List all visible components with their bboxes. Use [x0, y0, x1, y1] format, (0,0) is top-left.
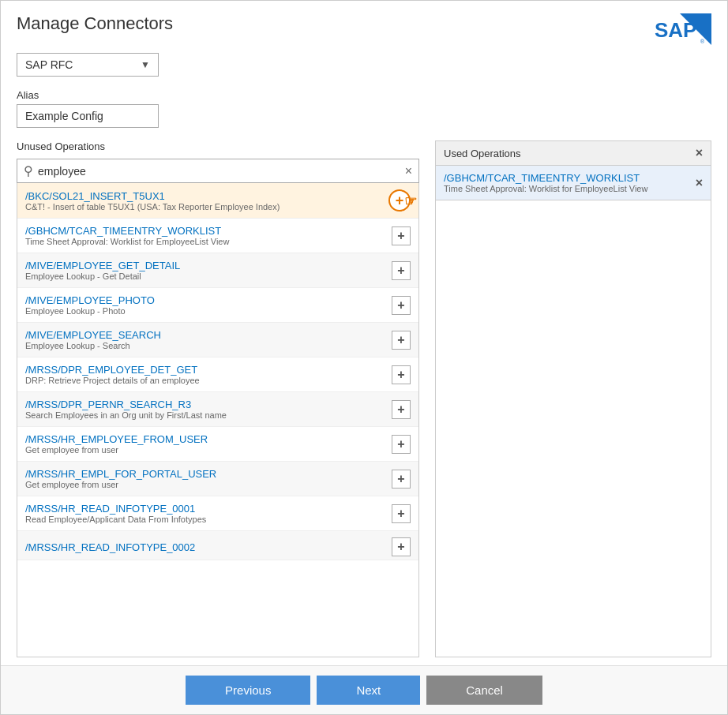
plus-icon: + [397, 507, 404, 521]
cursor-icon: ☞ [404, 193, 417, 210]
list-item: /MIVE/EMPLOYEE_PHOTO Employee Lookup - P… [17, 288, 418, 323]
unused-ops-list: /BKC/SOL21_INSERT_T5UX1 C&T! - Insert of… [17, 183, 419, 657]
op-desc: Read Employee/Applicant Data From Infoty… [25, 515, 392, 524]
list-item: /GBHCM/TCAR_TIMEENTRY_WORKLIST Time Shee… [17, 219, 418, 253]
op-desc: Get employee from user [25, 445, 392, 455]
list-item: /MRSS/HR_READ_INFOTYPE_0002 + [17, 531, 418, 560]
list-item: /MRSS/DPR_EMPLOYEE_DET_GET DRP: Retrieve… [17, 358, 418, 392]
op-name: /MRSS/DPR_PERNR_SEARCH_R3 [25, 399, 392, 410]
search-icon: ⚲ [24, 163, 33, 178]
connector-select-row: SAP RFC ▼ [17, 53, 711, 77]
plus-icon: + [397, 437, 404, 451]
add-operation-button[interactable]: + [392, 365, 411, 384]
search-input[interactable] [38, 165, 405, 178]
next-button[interactable]: Next [317, 676, 420, 705]
op-info: /MRSS/HR_READ_INFOTYPE_0001 Read Employe… [25, 503, 392, 524]
add-operation-button[interactable]: + [392, 400, 411, 419]
list-item: /GBHCM/TCAR_TIMEENTRY_WORKLIST Time Shee… [436, 166, 711, 200]
used-op-info: /GBHCM/TCAR_TIMEENTRY_WORKLIST Time Shee… [444, 172, 696, 193]
chevron-down-icon: ▼ [141, 59, 150, 70]
add-operation-button[interactable]: + [392, 226, 411, 245]
list-item: /MRSS/HR_EMPLOYEE_FROM_USER Get employee… [17, 427, 418, 462]
plus-icon: + [397, 333, 404, 347]
list-item: /MIVE/EMPLOYEE_SEARCH Employee Lookup - … [17, 323, 418, 358]
op-info: /MRSS/DPR_PERNR_SEARCH_R3 Search Employe… [25, 399, 392, 420]
used-ops-list: /GBHCM/TCAR_TIMEENTRY_WORKLIST Time Shee… [435, 166, 711, 657]
plus-icon: + [397, 402, 404, 417]
dialog-footer: Previous Next Cancel [1, 665, 727, 714]
connector-type-select[interactable]: SAP RFC ▼ [17, 53, 159, 77]
list-item: /MRSS/HR_READ_INFOTYPE_0001 Read Employe… [17, 496, 418, 531]
plus-icon: + [397, 229, 404, 243]
list-item: /MRSS/DPR_PERNR_SEARCH_R3 Search Employe… [17, 392, 418, 427]
add-operation-button[interactable]: + [392, 331, 411, 350]
add-operation-button[interactable]: + ☞ [388, 189, 411, 212]
op-name: /MRSS/HR_READ_INFOTYPE_0001 [25, 503, 392, 515]
alias-label: Alias [17, 89, 711, 101]
page-title: Manage Connectors [17, 13, 173, 34]
alias-input[interactable] [17, 104, 159, 128]
op-desc: Employee Lookup - Search [25, 341, 392, 350]
op-desc: C&T! - Insert of table T5UX1 (USA: Tax R… [25, 202, 388, 212]
plus-icon: + [397, 472, 404, 486]
previous-button[interactable]: Previous [186, 676, 310, 705]
op-name: /MRSS/HR_READ_INFOTYPE_0002 [25, 541, 392, 553]
op-info: /GBHCM/TCAR_TIMEENTRY_WORKLIST Time Shee… [25, 225, 392, 246]
used-op-desc: Time Sheet Approval: Worklist for Employ… [444, 184, 696, 193]
plus-icon: + [396, 193, 404, 209]
clear-search-icon[interactable]: × [405, 164, 412, 178]
add-operation-button[interactable]: + [392, 504, 411, 523]
unused-operations-panel: Unused Operations ⚲ × /BKC/SOL21_INSERT_… [17, 140, 419, 657]
op-name: /MIVE/EMPLOYEE_SEARCH [25, 329, 392, 341]
op-desc: Time Sheet Approval: Worklist for Employ… [25, 237, 392, 246]
add-operation-button[interactable]: + [392, 470, 411, 489]
svg-text:SAP: SAP [655, 18, 696, 42]
plus-icon: + [397, 540, 404, 554]
op-info: /MRSS/HR_READ_INFOTYPE_0002 [25, 541, 392, 553]
close-used-panel-icon[interactable]: × [696, 146, 703, 160]
op-desc: Search Employees in an Org unit by First… [25, 410, 392, 420]
dialog-header: Manage Connectors SAP ® [1, 1, 727, 53]
add-operation-button[interactable]: + [392, 537, 411, 556]
operations-area: Unused Operations ⚲ × /BKC/SOL21_INSERT_… [17, 140, 711, 657]
op-name: /MIVE/EMPLOYEE_PHOTO [25, 294, 392, 306]
op-info: /MRSS/DPR_EMPLOYEE_DET_GET DRP: Retrieve… [25, 364, 392, 385]
op-desc: Employee Lookup - Get Detail [25, 271, 392, 281]
used-operations-title: Used Operations [444, 148, 521, 159]
alias-row: Alias [17, 89, 711, 128]
list-item: /MIVE/EMPLOYEE_GET_DETAIL Employee Looku… [17, 253, 418, 288]
used-op-name: /GBHCM/TCAR_TIMEENTRY_WORKLIST [444, 172, 696, 184]
dialog-body: SAP RFC ▼ Alias Unused Operations ⚲ × [1, 53, 727, 665]
list-item: /MRSS/HR_EMPL_FOR_PORTAL_USER Get employ… [17, 462, 418, 496]
unused-operations-title: Unused Operations [17, 140, 419, 152]
op-info: /MIVE/EMPLOYEE_SEARCH Employee Lookup - … [25, 329, 392, 350]
op-name: /MRSS/HR_EMPLOYEE_FROM_USER [25, 433, 392, 445]
op-name: /MRSS/DPR_EMPLOYEE_DET_GET [25, 364, 392, 376]
op-desc: DRP: Retrieve Project details of an empl… [25, 376, 392, 385]
cancel-button[interactable]: Cancel [426, 676, 542, 705]
add-operation-button[interactable]: + [392, 261, 411, 280]
op-desc: Get employee from user [25, 480, 392, 489]
sap-logo: SAP ® [648, 13, 711, 45]
op-info: /MRSS/HR_EMPLOYEE_FROM_USER Get employee… [25, 433, 392, 455]
add-operation-button[interactable]: + [392, 435, 411, 454]
search-bar: ⚲ × [17, 159, 419, 183]
used-operations-header: Used Operations × [435, 140, 711, 166]
op-info: /MIVE/EMPLOYEE_PHOTO Employee Lookup - P… [25, 294, 392, 316]
op-name: /BKC/SOL21_INSERT_T5UX1 [25, 190, 388, 202]
plus-icon: + [397, 264, 404, 278]
op-info: /MIVE/EMPLOYEE_GET_DETAIL Employee Looku… [25, 260, 392, 281]
op-name: /MRSS/HR_EMPL_FOR_PORTAL_USER [25, 468, 392, 480]
manage-connectors-dialog: Manage Connectors SAP ® SAP RFC ▼ Alias … [0, 0, 728, 715]
svg-text:®: ® [700, 39, 705, 44]
op-info: /BKC/SOL21_INSERT_T5UX1 C&T! - Insert of… [25, 190, 388, 212]
remove-operation-button[interactable]: × [696, 176, 703, 190]
op-name: /GBHCM/TCAR_TIMEENTRY_WORKLIST [25, 225, 392, 237]
op-info: /MRSS/HR_EMPL_FOR_PORTAL_USER Get employ… [25, 468, 392, 489]
add-operation-button[interactable]: + [392, 296, 411, 315]
op-desc: Employee Lookup - Photo [25, 306, 392, 316]
list-item: /BKC/SOL21_INSERT_T5UX1 C&T! - Insert of… [17, 183, 418, 219]
op-name: /MIVE/EMPLOYEE_GET_DETAIL [25, 260, 392, 271]
connector-type-value: SAP RFC [25, 58, 73, 71]
plus-icon: + [397, 298, 404, 313]
